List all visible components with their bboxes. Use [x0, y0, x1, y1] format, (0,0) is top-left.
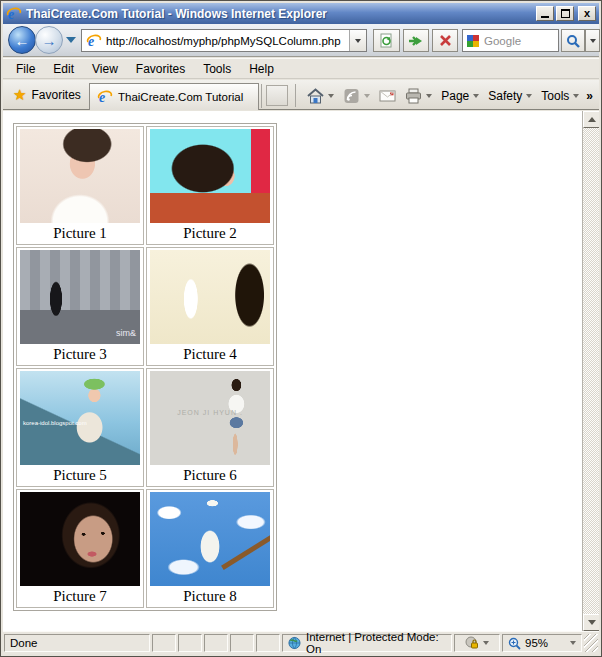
safety-menu-button[interactable]: Safety — [484, 86, 536, 106]
arrow-up-icon — [588, 117, 596, 122]
maximize-button[interactable] — [556, 6, 574, 21]
status-bar: Done Internet | Protected Mode: On — [3, 631, 599, 654]
tab-thaicreate[interactable]: e ThaiCreate.Com Tutorial — [89, 83, 259, 110]
gallery-image-6[interactable]: JEON JI HYUN . — [150, 371, 270, 465]
security-zone-pane: Internet | Protected Mode: On — [282, 634, 452, 652]
recent-pages-dropdown[interactable] — [66, 37, 76, 43]
table-row: Picture 1 Picture 2 — [16, 126, 274, 245]
safety-menu-label: Safety — [488, 89, 522, 103]
photo-cell: sim& Picture 3 — [16, 247, 144, 366]
photo-caption: Picture 1 — [20, 223, 140, 242]
page-icon: e — [86, 33, 102, 49]
chevron-down-icon — [328, 94, 334, 98]
photo-caption: Picture 4 — [150, 344, 270, 363]
home-button[interactable] — [303, 85, 338, 107]
status-pane — [256, 634, 280, 652]
go-arrow-icon — [408, 34, 424, 48]
ie-logo-icon: e — [6, 6, 22, 22]
search-icon — [566, 34, 580, 48]
gallery-image-8[interactable] — [150, 492, 270, 586]
back-button[interactable]: ← — [8, 26, 36, 54]
favorites-label: Favorites — [31, 88, 80, 102]
title-bar: e ThaiCreate.Com Tutorial - Windows Inte… — [3, 3, 599, 24]
zoom-control[interactable]: 95% — [502, 634, 582, 652]
go-button[interactable] — [403, 29, 429, 52]
menu-bar: File Edit View Favorites Tools Help — [3, 58, 599, 79]
tab-separator — [261, 84, 262, 108]
chevron-down-icon — [355, 39, 361, 43]
url-text: http://localhost/myphp/phpMySQLColumn.ph… — [106, 35, 349, 47]
new-tab-button[interactable] — [266, 85, 288, 106]
commandbar-separator — [295, 84, 296, 107]
photo-caption: Picture 6 — [150, 465, 270, 484]
status-pane — [152, 634, 176, 652]
stop-x-icon — [439, 34, 452, 47]
security-lock-icon — [465, 636, 479, 650]
resize-grip[interactable] — [584, 634, 598, 652]
internet-globe-icon — [288, 636, 301, 650]
rss-feed-icon — [343, 88, 360, 104]
photo-caption: Picture 8 — [150, 586, 270, 605]
image-watermark: sim& — [116, 329, 136, 338]
overflow-chevron: » — [586, 89, 593, 103]
zoom-magnifier-icon — [508, 637, 521, 650]
menu-view[interactable]: View — [83, 60, 127, 78]
chevron-down-icon — [526, 94, 532, 98]
feeds-button[interactable] — [339, 85, 374, 107]
read-mail-button[interactable] — [375, 85, 400, 107]
gallery-image-7[interactable] — [20, 492, 140, 586]
page-menu-button[interactable]: Page — [437, 86, 483, 106]
maximize-icon — [561, 9, 570, 18]
photo-caption: Picture 2 — [150, 223, 270, 242]
search-box[interactable]: Google — [462, 29, 559, 52]
search-options-dropdown[interactable] — [585, 29, 600, 52]
page-menu-label: Page — [441, 89, 469, 103]
mail-icon — [379, 88, 396, 104]
ie-page-icon: e — [97, 89, 113, 105]
commandbar-overflow-button[interactable]: » — [584, 89, 595, 103]
chevron-down-icon — [473, 94, 479, 98]
scroll-down-button[interactable] — [583, 614, 599, 631]
menu-favorites[interactable]: Favorites — [127, 60, 194, 78]
search-placeholder: Google — [484, 35, 521, 47]
address-bar[interactable]: e http://localhost/myphp/phpMySQLColumn.… — [81, 29, 367, 52]
tools-menu-button[interactable]: Tools — [537, 86, 583, 106]
forward-button[interactable]: → — [35, 26, 63, 54]
menu-file[interactable]: File — [7, 60, 44, 78]
minimize-icon — [541, 16, 549, 18]
favorites-tab-bar: ★ Favorites e ThaiCreate.Com Tutorial — [3, 80, 599, 110]
gallery-image-4[interactable] — [150, 250, 270, 344]
menu-tools[interactable]: Tools — [194, 60, 240, 78]
photo-cell: Picture 1 — [16, 126, 144, 245]
status-text: Done — [4, 634, 150, 652]
gallery-image-5[interactable]: korea-idol.blogspot.com — [20, 371, 140, 465]
address-dropdown-button[interactable] — [349, 30, 366, 51]
window-title: ThaiCreate.Com Tutorial - Windows Intern… — [26, 7, 534, 21]
stop-button[interactable] — [432, 29, 458, 52]
inprivate-filter-button[interactable] — [454, 634, 500, 652]
table-row: sim& Picture 3 Picture 4 — [16, 247, 274, 366]
minimize-button[interactable] — [536, 6, 554, 21]
gallery-image-2[interactable] — [150, 129, 270, 223]
favorites-button[interactable]: ★ Favorites — [9, 85, 85, 104]
photo-caption: Picture 5 — [20, 465, 140, 484]
menu-help[interactable]: Help — [240, 60, 283, 78]
print-button[interactable] — [401, 85, 436, 107]
scroll-up-button[interactable] — [583, 111, 599, 128]
search-button[interactable] — [561, 29, 585, 52]
refresh-button[interactable] — [373, 29, 400, 52]
close-icon: x — [584, 8, 590, 19]
chevron-down-icon — [573, 94, 579, 98]
gallery-image-1[interactable] — [20, 129, 140, 223]
gallery-image-3[interactable]: sim& — [20, 250, 140, 344]
status-pane — [230, 634, 254, 652]
command-bar: Page Safety Tools » — [303, 83, 597, 109]
browser-window: e ThaiCreate.Com Tutorial - Windows Inte… — [0, 0, 602, 657]
google-logo-icon — [466, 34, 480, 48]
table-row: korea-idol.blogspot.com Picture 5 JEON J… — [16, 368, 274, 487]
photo-cell: JEON JI HYUN . Picture 6 — [146, 368, 274, 487]
vertical-scrollbar[interactable] — [582, 111, 599, 631]
menu-edit[interactable]: Edit — [44, 60, 83, 78]
close-button[interactable]: x — [578, 6, 596, 21]
chevron-down-icon — [364, 94, 370, 98]
